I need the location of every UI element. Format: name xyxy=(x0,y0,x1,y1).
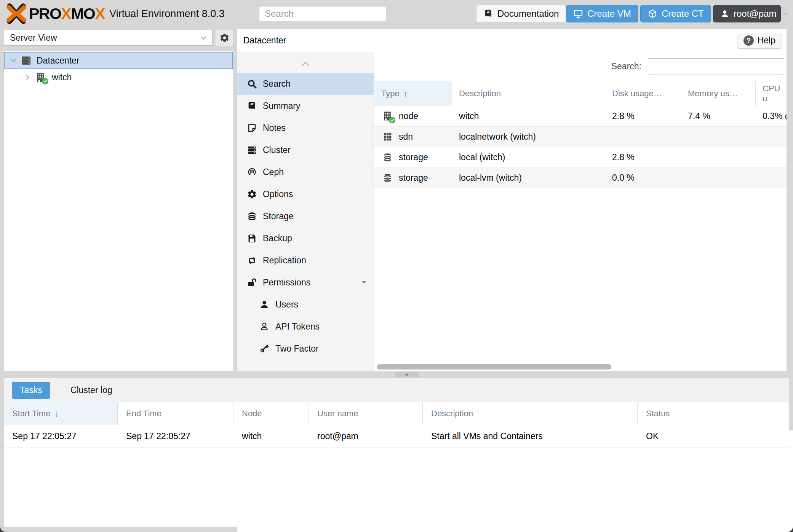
search-bar: Search: xyxy=(374,52,787,81)
scroll-up-icon[interactable] xyxy=(237,56,374,73)
question-icon: ? xyxy=(743,35,754,46)
online-check-icon xyxy=(42,78,48,84)
nav-item-ceph[interactable]: Ceph xyxy=(237,161,374,183)
column-header-disk-usage[interactable]: Disk usage… xyxy=(605,81,681,106)
tab-cluster-log[interactable]: Cluster log xyxy=(63,382,120,399)
datacenter-icon xyxy=(21,55,32,66)
help-button[interactable]: ? Help xyxy=(737,33,782,49)
sdn-grid-icon xyxy=(381,132,393,142)
table-row-node-witch[interactable]: node witch 2.8 % 7.4 % 0.3% o xyxy=(374,106,787,127)
column-header-start-time[interactable]: Start Time ↓ xyxy=(4,402,118,425)
content-header: Datacenter ? Help xyxy=(237,29,787,52)
book-icon xyxy=(246,101,258,111)
task-row[interactable]: Sep 17 22:05:27 Sep 17 22:05:27 witch ro… xyxy=(4,425,789,448)
storage-icon xyxy=(381,152,393,162)
create-ct-button[interactable]: Create CT xyxy=(640,5,711,22)
book-icon xyxy=(483,9,493,19)
content-panel: Datacenter ? Help Search Summary Notes xyxy=(237,29,787,372)
floppy-icon xyxy=(246,233,258,244)
resource-search-input[interactable] xyxy=(648,58,784,75)
user-icon xyxy=(720,9,729,18)
tab-tasks[interactable]: Tasks xyxy=(12,382,50,399)
nav-item-cluster[interactable]: Cluster xyxy=(237,139,374,161)
tree-item-datacenter[interactable]: Datacenter xyxy=(4,52,233,69)
nav-item-replication[interactable]: Replication xyxy=(237,249,374,271)
node-icon xyxy=(35,72,46,83)
page-title: Datacenter xyxy=(243,35,286,46)
proxmox-app: PROXMOX Virtual Environment 8.0.3 Docume… xyxy=(0,0,793,532)
node-icon xyxy=(381,110,393,122)
column-header-cpu-usage[interactable]: CPU u xyxy=(756,81,787,106)
tree-item-label: Datacenter xyxy=(37,56,80,66)
retweet-icon xyxy=(246,255,258,266)
nav-item-two-factor[interactable]: Two Factor xyxy=(237,338,374,360)
gear-icon xyxy=(246,189,258,199)
search-results-panel: Search: Type ↑ Description Disk usage… M… xyxy=(374,52,787,371)
online-check-icon xyxy=(389,117,395,123)
top-header: PROXMOX Virtual Environment 8.0.3 Docume… xyxy=(0,0,793,27)
nav-item-options[interactable]: Options xyxy=(237,183,374,205)
servers-icon xyxy=(246,145,258,155)
storage-icon xyxy=(381,173,393,183)
tree-item-label: witch xyxy=(52,72,72,83)
nav-item-users[interactable]: Users xyxy=(237,293,374,315)
tree-settings-button[interactable] xyxy=(216,30,233,46)
table-row-storage-local-lvm[interactable]: storage local-lvm (witch) 0.0 % xyxy=(374,168,787,188)
caret-down-icon[interactable] xyxy=(8,57,18,64)
nav-item-backup[interactable]: Backup xyxy=(237,227,374,249)
column-header-description[interactable]: Description xyxy=(452,81,605,106)
task-table-header: Start Time ↓ End Time Node User name Des… xyxy=(4,402,789,425)
product-version-label: Virtual Environment 8.0.3 xyxy=(109,8,225,20)
chevron-down-icon xyxy=(199,33,208,42)
monitor-icon xyxy=(573,9,583,19)
global-search-input[interactable] xyxy=(259,6,386,21)
splitter-collapse-handle[interactable] xyxy=(395,372,419,377)
table-row-storage-local[interactable]: storage local (witch) 2.8 % xyxy=(374,147,787,168)
resource-tree: Datacenter witch xyxy=(4,51,233,372)
nav-item-permissions[interactable]: Permissions xyxy=(237,271,374,293)
user-outline-icon xyxy=(258,322,270,331)
ceph-icon xyxy=(246,167,258,177)
note-icon xyxy=(246,123,258,133)
documentation-button[interactable]: Documentation xyxy=(476,5,566,22)
column-header-description[interactable]: Description xyxy=(423,402,638,425)
search-label: Search: xyxy=(611,61,641,72)
database-icon xyxy=(246,211,258,221)
log-tabs: Tasks Cluster log xyxy=(4,378,789,402)
chevron-down-icon xyxy=(782,10,790,18)
column-header-type[interactable]: Type ↑ xyxy=(374,81,452,106)
proxmox-logo: PROXMOX Virtual Environment 8.0.3 xyxy=(6,3,225,24)
scrollbar-thumb[interactable] xyxy=(377,364,611,370)
nav-item-notes[interactable]: Notes xyxy=(237,117,374,139)
collapse-triangle-icon[interactable] xyxy=(361,279,368,286)
user-solid-icon xyxy=(258,299,270,309)
key-icon xyxy=(258,344,270,354)
create-vm-button[interactable]: Create VM xyxy=(566,5,638,22)
horizontal-scrollbar[interactable] xyxy=(374,364,787,370)
gear-icon xyxy=(219,33,230,43)
resource-table-header: Type ↑ Description Disk usage… Memory us… xyxy=(374,81,787,106)
column-header-node[interactable]: Node xyxy=(233,402,309,425)
nav-item-storage[interactable]: Storage xyxy=(237,205,374,227)
unlock-icon xyxy=(246,277,258,288)
datacenter-nav: Search Summary Notes Cluster Ceph Option… xyxy=(237,52,374,371)
column-header-memory-usage[interactable]: Memory us… xyxy=(681,81,756,106)
nav-item-summary[interactable]: Summary xyxy=(237,95,374,117)
sort-asc-icon: ↑ xyxy=(403,88,408,99)
column-header-user-name[interactable]: User name xyxy=(309,402,423,425)
view-selector-dropdown[interactable]: Server View xyxy=(4,30,213,46)
tree-item-witch[interactable]: witch xyxy=(4,69,233,86)
table-row-sdn[interactable]: sdn localnetwork (witch) xyxy=(374,127,787,147)
nav-item-api-tokens[interactable]: API Tokens xyxy=(237,315,374,338)
column-header-end-time[interactable]: End Time xyxy=(118,402,233,425)
task-log-panel: Tasks Cluster log Start Time ↓ End Time … xyxy=(4,378,789,527)
proxmox-x-logo-icon xyxy=(6,3,27,24)
logo-wordmark: PROXMOX xyxy=(29,5,105,23)
sort-desc-icon: ↓ xyxy=(54,408,59,419)
nav-item-search[interactable]: Search xyxy=(237,73,374,95)
user-menu-button[interactable]: root@pam xyxy=(713,5,781,22)
caret-right-icon[interactable] xyxy=(22,74,32,81)
cube-icon xyxy=(648,9,657,19)
panel-splitter[interactable] xyxy=(4,372,789,378)
column-header-status[interactable]: Status xyxy=(638,402,789,425)
